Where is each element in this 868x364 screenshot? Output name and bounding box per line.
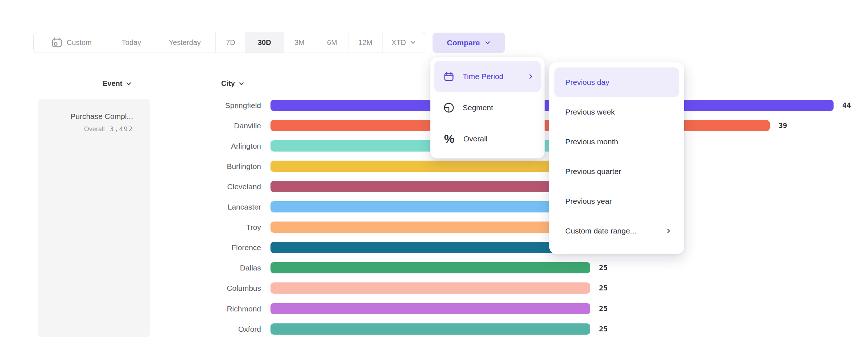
- bar-label-troy: Troy: [174, 222, 261, 233]
- bar-label-oxford: Oxford: [174, 323, 261, 335]
- date-range-today[interactable]: Today: [109, 32, 154, 53]
- date-range-6m[interactable]: 6M: [316, 32, 349, 53]
- bar-chart: Springfield44Danville39ArlingtonBurlingt…: [0, 0, 868, 364]
- bar-label-springfield: Springfield: [174, 100, 261, 111]
- bar-oxford[interactable]: [270, 323, 590, 335]
- bar-label-florence: Florence: [174, 242, 261, 253]
- date-range-yesterday[interactable]: Yesterday: [154, 32, 216, 53]
- bar-label-arlington: Arlington: [174, 140, 261, 152]
- chevron-down-icon: [484, 40, 491, 46]
- bar-value-danville: 39: [778, 120, 787, 131]
- chevron-down-icon: [410, 39, 416, 46]
- calendar-icon: [51, 36, 63, 49]
- bar-value-dallas: 25: [599, 262, 608, 273]
- bar-columbus[interactable]: [270, 282, 590, 294]
- chevron-down-icon: [238, 80, 245, 87]
- bar-richmond[interactable]: [270, 303, 590, 314]
- menu-item-segment[interactable]: Segment: [434, 92, 541, 123]
- bar-label-dallas: Dallas: [174, 262, 261, 273]
- compare-menu: Time Period Segment % Overall: [430, 57, 545, 158]
- date-range-xtd[interactable]: XTD: [383, 32, 425, 53]
- bar-label-burlington: Burlington: [174, 161, 261, 172]
- bar-label-columbus: Columbus: [174, 282, 261, 294]
- date-range-3m[interactable]: 3M: [284, 32, 316, 53]
- submenu-item-previous-week[interactable]: Previous week: [554, 97, 679, 127]
- compare-button[interactable]: Compare: [433, 33, 505, 53]
- city-column-header[interactable]: City: [221, 79, 245, 88]
- event-column-header[interactable]: Event: [103, 79, 132, 88]
- bar-label-danville: Danville: [174, 120, 261, 131]
- bar-label-lancaster: Lancaster: [174, 201, 261, 212]
- chevron-right-icon: [528, 73, 534, 80]
- bar-value-richmond: 25: [599, 303, 608, 314]
- chevron-down-icon: [125, 80, 132, 87]
- date-range-30d-selected[interactable]: 30D: [246, 32, 284, 53]
- date-range-toolbar: Custom Today Yesterday 7D 30D 3M 6M 12M …: [33, 32, 425, 53]
- menu-item-overall[interactable]: % Overall: [434, 123, 541, 154]
- analytics-page: Custom Today Yesterday 7D 30D 3M 6M 12M …: [0, 0, 868, 364]
- bar-label-richmond: Richmond: [174, 303, 261, 314]
- submenu-item-custom-date-range[interactable]: Custom date range...: [554, 216, 679, 246]
- chevron-right-icon: [665, 228, 672, 234]
- menu-item-time-period[interactable]: Time Period: [434, 61, 541, 92]
- bar-value-columbus: 25: [599, 282, 608, 294]
- bar-value-oxford: 25: [599, 323, 608, 335]
- date-range-7d[interactable]: 7D: [216, 32, 246, 53]
- submenu-item-previous-month[interactable]: Previous month: [554, 127, 679, 157]
- date-range-12m[interactable]: 12M: [348, 32, 383, 53]
- bar-dallas[interactable]: [270, 262, 590, 273]
- submenu-item-previous-day[interactable]: Previous day: [554, 67, 679, 97]
- submenu-item-previous-quarter[interactable]: Previous quarter: [554, 157, 679, 186]
- segment-icon: [443, 102, 455, 113]
- date-range-custom[interactable]: Custom: [34, 32, 109, 53]
- percent-icon: %: [443, 132, 455, 146]
- calendar-icon: [443, 71, 455, 82]
- segment-label: Custom: [67, 38, 92, 47]
- time-period-submenu: Previous dayPrevious weekPrevious monthP…: [549, 62, 684, 254]
- bar-value-springfield: 44: [842, 100, 851, 111]
- bar-label-cleveland: Cleveland: [174, 181, 261, 192]
- submenu-item-previous-year[interactable]: Previous year: [554, 186, 679, 216]
